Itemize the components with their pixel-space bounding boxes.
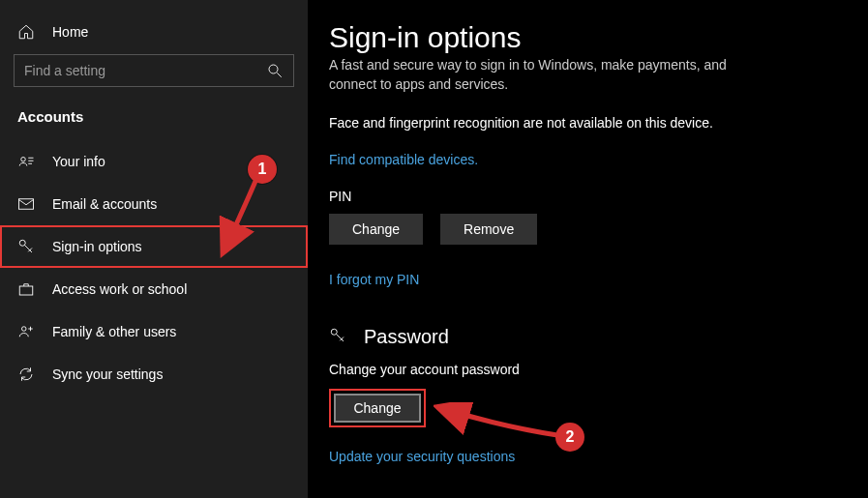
forgot-pin-link[interactable]: I forgot my PIN	[329, 272, 419, 287]
sidebar-item-access-work[interactable]: Access work or school	[0, 268, 308, 310]
security-questions-link[interactable]: Update your security questions	[329, 449, 515, 464]
svg-rect-6	[19, 199, 34, 210]
briefcase-icon	[17, 280, 35, 298]
password-section: Password Change your account password Ch…	[329, 326, 852, 464]
home-label: Home	[52, 24, 88, 40]
find-devices-link[interactable]: Find compatible devices.	[329, 152, 478, 167]
section-header-accounts: Accounts	[0, 104, 308, 140]
sidebar-item-label: Sync your settings	[52, 366, 163, 382]
page-title: Sign-in options	[329, 21, 852, 54]
svg-rect-8	[19, 286, 33, 295]
svg-point-2	[21, 158, 26, 162]
svg-point-12	[331, 329, 337, 335]
people-plus-icon	[17, 323, 35, 340]
key-icon	[17, 238, 35, 255]
sidebar-item-label: Family & other users	[52, 324, 176, 339]
password-heading-text: Password	[364, 326, 449, 348]
user-card-icon	[17, 153, 35, 170]
pin-section: PIN Change Remove I forgot my PIN	[329, 189, 852, 287]
recognition-note: Face and fingerprint recognition are not…	[329, 115, 852, 131]
home-nav[interactable]: Home	[0, 17, 308, 54]
sidebar-item-label: Access work or school	[52, 281, 187, 297]
sidebar-item-label: Email & accounts	[52, 196, 157, 212]
intro-text-line2: connect to apps and services.	[329, 75, 735, 95]
svg-line-1	[277, 73, 282, 77]
password-change-button[interactable]: Change	[334, 394, 421, 423]
key-icon	[329, 327, 350, 348]
svg-point-9	[22, 327, 27, 332]
sidebar-item-label: Your info	[52, 154, 105, 169]
sidebar-item-label: Sign-in options	[52, 239, 142, 254]
svg-point-0	[269, 65, 278, 73]
intro-text-line1: A fast and secure way to sign in to Wind…	[329, 56, 735, 75]
annotation-arrow-2	[434, 402, 569, 451]
mail-icon	[17, 195, 35, 213]
password-desc: Change your account password	[329, 362, 852, 377]
pin-change-button[interactable]: Change	[329, 214, 423, 245]
pin-remove-button[interactable]: Remove	[440, 214, 537, 245]
search-box[interactable]	[14, 54, 294, 87]
svg-point-7	[19, 240, 25, 246]
home-icon	[17, 23, 35, 41]
pin-label: PIN	[329, 189, 852, 204]
pin-buttons: Change Remove	[329, 214, 852, 245]
search-input[interactable]	[24, 63, 266, 78]
sync-icon	[17, 366, 35, 383]
password-change-highlight: Change	[329, 389, 426, 427]
main-content: Sign-in options A fast and secure way to…	[329, 0, 852, 498]
password-heading: Password	[329, 326, 852, 348]
annotation-arrow-1	[213, 174, 271, 261]
sidebar-item-sync-settings[interactable]: Sync your settings	[0, 353, 308, 395]
search-icon	[266, 62, 284, 79]
sidebar-item-family-users[interactable]: Family & other users	[0, 310, 308, 353]
